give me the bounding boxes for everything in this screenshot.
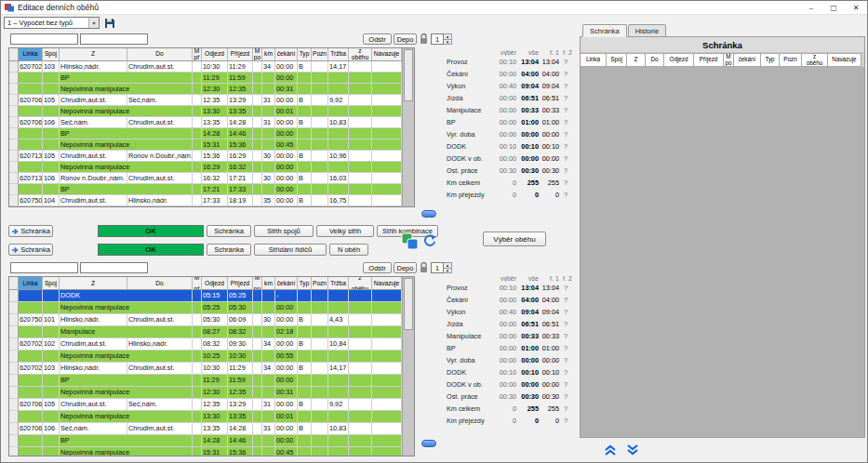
table-row[interactable]: 620702103Hlinsko,nádr.Chrudim,aut.st.10:… bbox=[9, 363, 402, 375]
column-header-km[interactable]: km bbox=[262, 277, 275, 290]
column-header-z[interactable]: Z bbox=[60, 277, 127, 290]
hscroll-thumb-bottom[interactable] bbox=[421, 440, 436, 447]
table-row[interactable]: BP11:2911:5900:00 bbox=[9, 375, 402, 387]
table-row[interactable]: 620706106Seč,nám.Chrudim,aut.st.13:3514:… bbox=[9, 117, 402, 128]
minimize-button[interactable]: – bbox=[800, 1, 822, 14]
transfer-icon[interactable] bbox=[401, 232, 419, 250]
top-remove-button[interactable]: Odstr bbox=[363, 33, 392, 45]
scrollbar-thumb[interactable] bbox=[404, 49, 413, 101]
column-header-typ[interactable]: Typ bbox=[298, 277, 312, 290]
scrollbar-thumb[interactable] bbox=[404, 278, 413, 330]
column-header-cekani[interactable]: čekání bbox=[275, 277, 298, 290]
stridani-ridicu-button[interactable]: Střídání řidičů bbox=[254, 244, 327, 256]
column-header-linka[interactable]: Linka bbox=[19, 48, 43, 61]
n-obeh-button[interactable]: N oběh bbox=[329, 244, 368, 256]
table-row[interactable]: 620750104Chrudim,aut.st.Hlinsko,nádr.17:… bbox=[9, 195, 402, 206]
clipboard-column-header[interactable]: Pozn bbox=[780, 53, 802, 67]
tab-schranka[interactable]: Schránka bbox=[582, 24, 627, 37]
close-button[interactable]: ✕ bbox=[845, 1, 867, 14]
column-header-mpr[interactable]: M př bbox=[193, 277, 202, 290]
column-header-trzba[interactable]: Tržba bbox=[328, 277, 349, 290]
vyber-obehu-button[interactable]: Výběr oběhu bbox=[483, 232, 546, 246]
table-row[interactable]: Nepovinná manipulace13:3013:3500:01 bbox=[9, 411, 402, 423]
clipboard-column-header[interactable]: Odjezd bbox=[664, 53, 694, 67]
undo-icon[interactable] bbox=[423, 234, 436, 247]
calculation-preset-dropdown[interactable]: 1 – Výpočet bez typů ▾ bbox=[4, 17, 100, 29]
column-header-mpo[interactable]: M po bbox=[253, 48, 262, 61]
table-row[interactable]: 620706106Seč,nám.Chrudim,aut.st.13:3514:… bbox=[9, 423, 402, 435]
table-row[interactable]: 620713105Chrudim,aut.st.Ronov n.Doubr.,n… bbox=[9, 151, 402, 162]
table-row[interactable]: BP17:2117:3300:00 bbox=[9, 184, 402, 195]
column-header-navazuje[interactable]: Navazuje bbox=[372, 277, 402, 290]
column-header-linka[interactable]: Linka bbox=[19, 277, 43, 290]
table-row[interactable]: Nepovinná manipulace10:2510:3000:55 bbox=[9, 351, 402, 363]
clipboard-column-header[interactable]: Z bbox=[627, 53, 646, 67]
scroll-bottom-button[interactable] bbox=[624, 443, 640, 456]
clipboard-column-header[interactable]: Navazuje bbox=[828, 53, 861, 67]
table-row[interactable]: 620706105Chrudim,aut.st.Seč,nám.12:3513:… bbox=[9, 399, 402, 411]
clipboard-column-header[interactable]: Do bbox=[646, 53, 664, 67]
table-row[interactable]: 620713106Ronov n.Doubr.,nám.Chrudim,aut.… bbox=[9, 173, 402, 184]
bottom-filter-input-1[interactable] bbox=[10, 262, 78, 273]
column-header-z[interactable]: Z bbox=[60, 48, 127, 61]
column-header-gutter[interactable] bbox=[9, 277, 19, 290]
clipboard-column-header[interactable]: M po bbox=[724, 53, 734, 67]
save-button[interactable] bbox=[102, 16, 116, 30]
column-header-zobehu[interactable]: z oběhu bbox=[349, 48, 372, 61]
vertical-scrollbar[interactable] bbox=[402, 48, 414, 206]
maximize-button[interactable]: ▢ bbox=[822, 1, 845, 14]
column-header-typ[interactable]: Typ bbox=[298, 48, 312, 61]
column-header-prijezd[interactable]: Příjezd bbox=[228, 48, 253, 61]
column-header-spoj[interactable]: Spoj bbox=[43, 277, 60, 290]
column-header-pozn[interactable]: Pozn bbox=[312, 48, 328, 61]
clipboard-in-button-2[interactable]: Schránka bbox=[207, 244, 251, 256]
column-header-cekani[interactable]: čekání bbox=[275, 48, 298, 61]
column-header-zobehu[interactable]: z oběhu bbox=[349, 277, 372, 290]
table-row[interactable]: Nepovinná manipulace16:2916:3200:00 bbox=[9, 162, 402, 173]
table-row[interactable]: DODK05:1505:25- bbox=[9, 290, 402, 302]
clipboard-out-button-1[interactable]: Schránka bbox=[8, 225, 53, 237]
table-row[interactable]: Nepovinná manipulace15:3115:3600:45 bbox=[9, 139, 402, 151]
top-lock-icon[interactable] bbox=[419, 32, 429, 48]
tab-historie[interactable]: Historie bbox=[628, 24, 666, 37]
table-row[interactable]: 620702103Hlinsko,nádr.Chrudim,aut.st.10:… bbox=[9, 61, 402, 73]
clipboard-column-header[interactable]: z oběhu bbox=[802, 53, 828, 67]
table-row[interactable]: 620750101Hlinsko,nádr.Chrudim,aut.st.05:… bbox=[9, 314, 402, 326]
column-header-spoj[interactable]: Spoj bbox=[43, 48, 60, 61]
spinner-value[interactable]: 1 bbox=[431, 262, 444, 273]
column-header-navazuje[interactable]: Navazuje bbox=[372, 48, 402, 61]
clipboard-out-button-2[interactable]: Schránka bbox=[8, 244, 53, 256]
vertical-scrollbar[interactable] bbox=[402, 277, 414, 456]
column-header-prijezd[interactable]: Příjezd bbox=[228, 277, 253, 290]
clipboard-column-header[interactable]: čekání bbox=[734, 53, 761, 67]
hscroll-thumb-top[interactable] bbox=[421, 210, 436, 218]
clipboard-column-header[interactable]: Typ bbox=[761, 53, 780, 67]
table-row[interactable]: BP14:2814:4600:00 bbox=[9, 128, 402, 139]
table-row[interactable]: Nepovinná manipulace12:3012:3500:31 bbox=[9, 84, 402, 95]
table-row[interactable]: 620702102Chrudim,aut.st.Hlinsko,nádr.08:… bbox=[9, 338, 402, 351]
bottom-depo-button[interactable]: Depo bbox=[394, 262, 417, 273]
column-header-mpr[interactable]: M př bbox=[193, 48, 202, 61]
top-filter-input-2[interactable] bbox=[80, 33, 148, 45]
column-header-mpo[interactable]: M po bbox=[253, 277, 262, 290]
top-vehicle-spinner[interactable]: 1 ▲ ▼ bbox=[431, 33, 452, 45]
scroll-top-button[interactable] bbox=[602, 443, 618, 456]
table-row[interactable]: BP11:2911:5900:00 bbox=[9, 73, 402, 84]
clipboard-column-header[interactable]: Linka bbox=[581, 53, 607, 67]
clipboard-in-button-1[interactable]: Schránka bbox=[207, 225, 251, 237]
bottom-remove-button[interactable]: Odstr bbox=[363, 262, 392, 273]
bottom-lock-icon[interactable] bbox=[419, 260, 429, 277]
column-header-pozn[interactable]: Pozn bbox=[312, 277, 328, 290]
table-row[interactable]: Nepovinná manipulace15:3115:3600:45 bbox=[9, 447, 402, 456]
clipboard-column-header[interactable]: Příjezd bbox=[694, 53, 724, 67]
column-header-do[interactable]: Do bbox=[127, 277, 193, 290]
table-row[interactable]: Manipulace08:2708:3202:18 bbox=[9, 326, 402, 338]
column-header-trzba[interactable]: Tržba bbox=[328, 48, 349, 61]
table-row[interactable]: Nepovinná manipulace05:2505:3000:00 bbox=[9, 302, 402, 314]
table-row[interactable]: Nepovinná manipulace12:3012:3500:31 bbox=[9, 387, 402, 399]
column-header-km[interactable]: km bbox=[262, 48, 275, 61]
velky-strih-button[interactable]: Velký střih bbox=[316, 225, 374, 237]
column-header-odjezd[interactable]: Odjezd bbox=[202, 48, 228, 61]
spinner-value[interactable]: 1 bbox=[431, 33, 444, 45]
column-header-do[interactable]: Do bbox=[127, 48, 193, 61]
